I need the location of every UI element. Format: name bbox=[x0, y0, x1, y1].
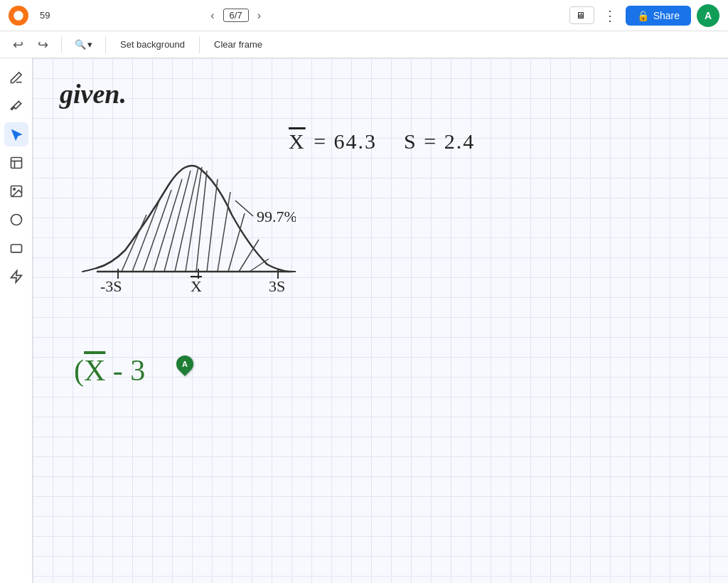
more-options-button[interactable]: ⋮ bbox=[600, 7, 620, 24]
undo-button[interactable]: ↩ bbox=[9, 34, 28, 55]
canvas-content: given. X = 64.3 S = 2.4 bbox=[33, 58, 728, 583]
svg-text:3S: 3S bbox=[269, 277, 285, 295]
user-avatar: A bbox=[697, 4, 719, 27]
set-background-button[interactable]: Set background bbox=[114, 36, 191, 53]
given-label: given. bbox=[60, 78, 127, 109]
present-button[interactable]: 🖥 bbox=[569, 6, 594, 24]
canvas-area: given. X = 64.3 S = 2.4 bbox=[0, 58, 728, 583]
redo-button[interactable]: ↪ bbox=[33, 34, 53, 55]
toolbar: ↩ ↪ 🔍 ▾ Set background Clear frame bbox=[0, 31, 728, 58]
zoom-arrow-icon: ▾ bbox=[87, 39, 92, 50]
clear-frame-button[interactable]: Clear frame bbox=[208, 36, 268, 53]
pen-tool-button[interactable] bbox=[4, 65, 28, 90]
app-logo bbox=[9, 6, 28, 26]
svg-text:X: X bbox=[191, 277, 202, 295]
rect-shape-button[interactable] bbox=[4, 236, 28, 260]
marker-tool-button[interactable] bbox=[4, 94, 28, 118]
select-tool-button[interactable] bbox=[4, 122, 28, 146]
collaborator-initial: A bbox=[182, 360, 188, 368]
svg-line-19 bbox=[250, 259, 269, 272]
svg-line-16 bbox=[218, 192, 230, 272]
circle-shape-button[interactable] bbox=[4, 208, 28, 232]
slide-count: 59 bbox=[40, 10, 50, 21]
slide-indicator: 6/7 bbox=[223, 9, 249, 22]
svg-line-15 bbox=[207, 179, 218, 272]
svg-point-5 bbox=[11, 215, 21, 225]
svg-line-13 bbox=[186, 167, 202, 272]
svg-rect-0 bbox=[11, 158, 21, 169]
svg-line-14 bbox=[196, 171, 207, 272]
toolbar-separator-2 bbox=[105, 36, 106, 53]
svg-text:-3S: -3S bbox=[100, 277, 122, 295]
toolbar-separator bbox=[61, 36, 62, 53]
nav-prev-button[interactable]: ‹ bbox=[206, 8, 218, 23]
collaborator-cursor: A bbox=[176, 355, 193, 373]
canvas[interactable]: given. X = 64.3 S = 2.4 bbox=[33, 58, 728, 583]
slide-nav: ‹ 6/7 › bbox=[206, 8, 265, 23]
equation-display: X = 64.3 S = 2.4 bbox=[289, 129, 475, 154]
smart-draw-button[interactable] bbox=[4, 264, 28, 289]
share-button[interactable]: 🔒 Share bbox=[626, 6, 691, 26]
svg-point-4 bbox=[13, 188, 14, 191]
left-palette bbox=[0, 58, 33, 583]
zoom-icon: 🔍 bbox=[75, 39, 86, 50]
svg-line-12 bbox=[175, 167, 198, 272]
nav-next-button[interactable]: › bbox=[253, 8, 265, 23]
toolbar-separator-3 bbox=[199, 36, 200, 53]
zoom-button[interactable]: 🔍 ▾ bbox=[70, 36, 97, 53]
bell-curve-svg: -3S X 3S 99.7% bbox=[75, 129, 296, 300]
topbar: 59 ‹ 6/7 › 🖥 ⋮ 🔒 Share A bbox=[0, 0, 728, 31]
svg-rect-6 bbox=[11, 245, 21, 252]
svg-marker-7 bbox=[11, 271, 21, 283]
monitor-icon: 🖥 bbox=[576, 10, 585, 21]
image-button[interactable] bbox=[4, 179, 28, 203]
svg-text:99.7%: 99.7% bbox=[257, 208, 296, 225]
right-controls: 🖥 ⋮ 🔒 Share A bbox=[569, 4, 719, 27]
sticky-note-button[interactable] bbox=[4, 151, 28, 175]
share-label: Share bbox=[653, 10, 680, 21]
formula-display: (X - 3 bbox=[74, 353, 145, 387]
given-text: given. bbox=[60, 79, 127, 109]
lock-icon: 🔒 bbox=[637, 10, 649, 21]
